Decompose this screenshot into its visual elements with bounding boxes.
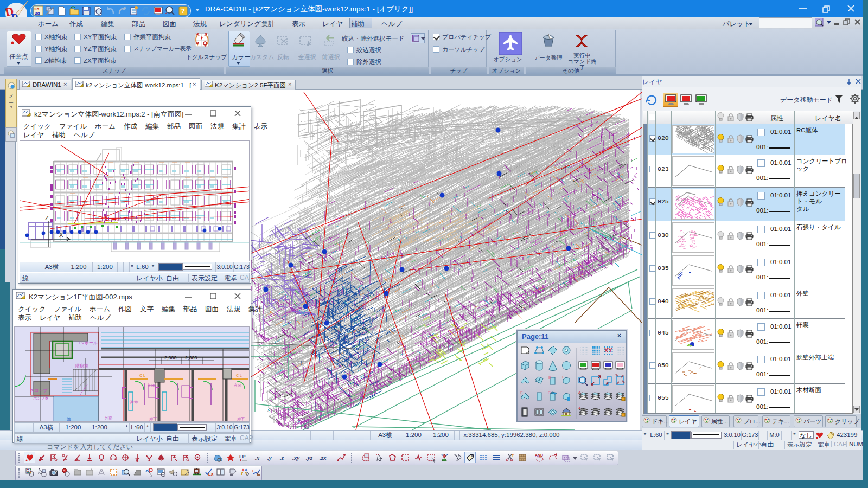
svg-text:外部: 外部 (105, 416, 112, 420)
svg-text:C: C (548, 391, 551, 395)
svg-text:2,000: 2,000 (185, 355, 197, 361)
svg-text:廊下: 廊下 (149, 417, 157, 421)
svg-text:廊下: 廊下 (237, 417, 245, 421)
svg-text:EVホール: EVホール (79, 341, 98, 345)
svg-text:E: E (562, 375, 565, 379)
svg-text:A: A (578, 407, 581, 410)
svg-text:E: E (520, 391, 523, 395)
svg-text:ポンプ室: ポンプ室 (33, 396, 49, 400)
svg-text:C L: C L (139, 374, 145, 377)
svg-text:2,000: 2,000 (164, 355, 177, 361)
svg-text:LP: LP (239, 454, 246, 459)
svg-text:XY: XY (604, 347, 612, 354)
svg-text:EX: EX (208, 472, 214, 476)
svg-text:3d: 3d (35, 11, 40, 16)
svg-text:AND: AND (535, 453, 543, 457)
svg-text:階段室: 階段室 (75, 363, 88, 368)
svg-text:玄関: 玄関 (147, 383, 155, 387)
svg-text:洋室: 洋室 (129, 400, 138, 405)
svg-text:池: 池 (67, 417, 71, 421)
svg-text:F: F (252, 469, 254, 472)
svg-text:?: ? (181, 8, 185, 14)
svg-text:Z: Z (45, 215, 49, 221)
svg-text:T: T (512, 454, 514, 458)
svg-text:A: A (578, 391, 581, 394)
svg-text:スロープ: スロープ (30, 388, 48, 393)
svg-text:E: E (548, 376, 551, 380)
svg-text:玄関: 玄関 (234, 383, 241, 387)
svg-text:C L: C L (236, 374, 242, 377)
